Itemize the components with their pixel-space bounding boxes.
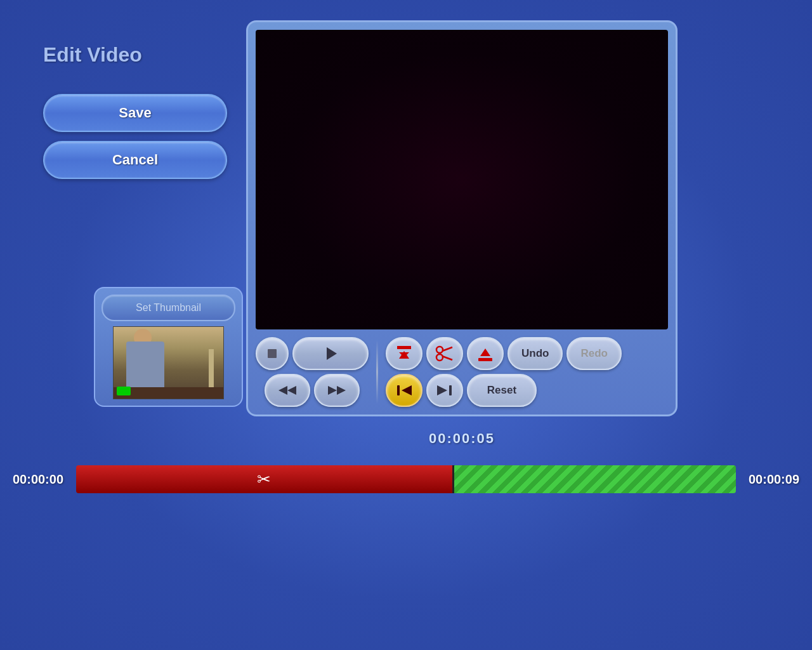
- stop-button[interactable]: [256, 337, 289, 370]
- timeline-track[interactable]: ✂: [76, 465, 736, 493]
- svg-point-11: [436, 354, 443, 361]
- controls-area: Undo Redo: [256, 337, 668, 407]
- scissors-icon: ✂: [257, 470, 271, 489]
- thumbnail-panel: Set Thumbnail: [94, 287, 243, 407]
- video-player: Undo Redo: [246, 20, 678, 416]
- svg-marker-17: [402, 385, 412, 395]
- controls-divider: [376, 340, 378, 404]
- undo-button[interactable]: Undo: [508, 337, 563, 370]
- mark-out-button[interactable]: [467, 337, 504, 370]
- set-thumbnail-button[interactable]: Set Thumbnail: [102, 295, 235, 321]
- page-title: Edit Video: [43, 43, 142, 67]
- svg-point-10: [436, 347, 443, 353]
- svg-marker-1: [327, 347, 337, 360]
- timecode-display: 00:00:05: [246, 430, 678, 447]
- cancel-button[interactable]: Cancel: [43, 141, 227, 179]
- svg-marker-4: [328, 386, 337, 395]
- svg-marker-8: [399, 351, 409, 359]
- timeline-start-time: 00:00:00: [0, 472, 76, 487]
- fast-forward-button[interactable]: [314, 374, 360, 407]
- svg-marker-5: [337, 386, 346, 395]
- video-screen: [256, 30, 668, 329]
- svg-rect-16: [397, 385, 400, 395]
- rewind-button[interactable]: [265, 374, 310, 407]
- timeline-keep-region: [452, 465, 736, 493]
- svg-line-13: [442, 356, 452, 360]
- scissors-button[interactable]: [426, 337, 463, 370]
- svg-line-12: [442, 347, 452, 351]
- svg-rect-9: [397, 346, 411, 349]
- svg-marker-2: [278, 386, 287, 395]
- svg-rect-0: [268, 349, 277, 358]
- save-button[interactable]: Save: [43, 94, 227, 132]
- right-controls: Undo Redo: [386, 337, 622, 407]
- play-button[interactable]: [292, 337, 369, 370]
- go-to-start-button[interactable]: [386, 374, 422, 407]
- mark-in-button[interactable]: [386, 337, 422, 370]
- timeline-cut-region: ✂: [76, 465, 452, 493]
- thumbnail-preview: [113, 326, 224, 399]
- svg-marker-19: [437, 385, 447, 395]
- svg-marker-15: [480, 348, 490, 356]
- redo-button[interactable]: Redo: [566, 337, 622, 370]
- go-to-end-button[interactable]: [426, 374, 463, 407]
- svg-rect-18: [449, 385, 452, 395]
- svg-marker-3: [287, 386, 296, 395]
- reset-button[interactable]: Reset: [467, 374, 537, 407]
- timeline-end-time: 00:00:09: [736, 472, 812, 487]
- left-controls: [256, 337, 369, 407]
- timeline-playhead: [452, 465, 454, 493]
- timeline-area[interactable]: 00:00:00 ✂ 00:00:09: [0, 457, 812, 501]
- svg-rect-14: [478, 358, 492, 361]
